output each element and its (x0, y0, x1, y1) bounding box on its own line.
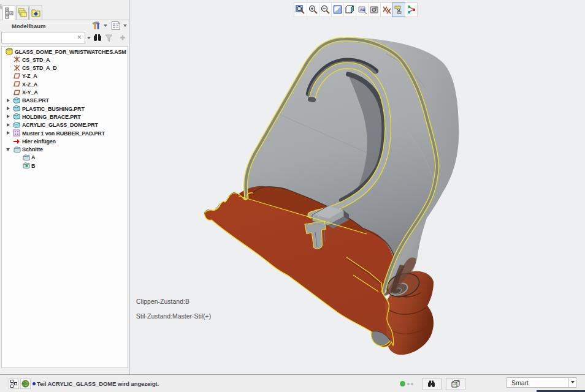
svg-text:Clippen-Zustand:B: Clippen-Zustand:B (136, 298, 189, 305)
svg-text:Stil-Zustand:Master-Stil(+): Stil-Zustand:Master-Stil(+) (136, 312, 211, 320)
